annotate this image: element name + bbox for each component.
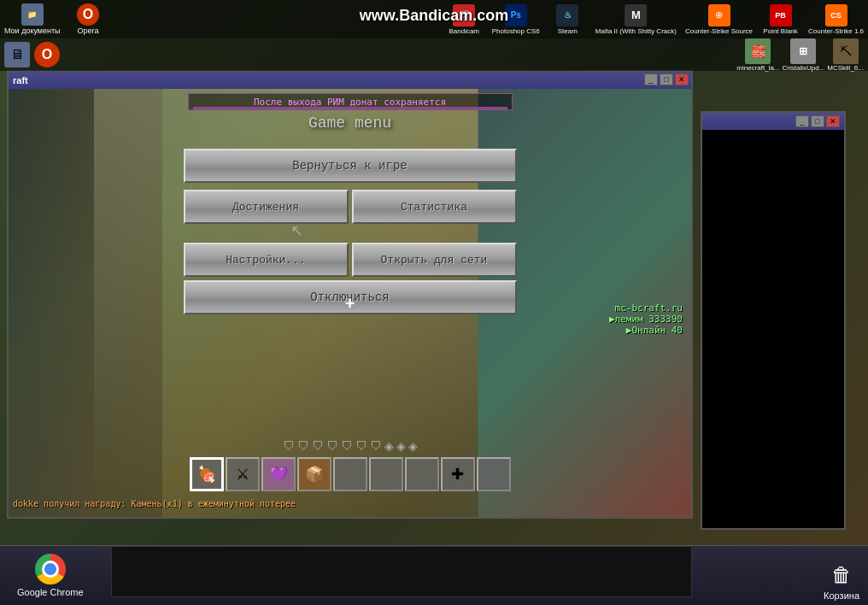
minecraft-window-controls: _ □ ✕ <box>644 73 689 85</box>
taskbar-item-opera[interactable]: O Opera <box>65 2 112 37</box>
second-window-close[interactable]: ✕ <box>826 115 840 127</box>
hotbar-slot-6 <box>369 457 403 491</box>
taskbar-item-css[interactable]: ⊕ Counter-Strike Source <box>681 3 757 37</box>
mcskill-icon: ⛏ <box>833 38 859 64</box>
statistics-button[interactable]: Статистика <box>352 190 517 224</box>
armor-icon-3: ⛉ <box>312 439 324 453</box>
taskbar-item-cs16[interactable]: CS Counter-Strike 1.6 <box>804 3 868 37</box>
taskbar-bottom: Google Chrome 🗑 Корзина <box>0 545 868 605</box>
mafia-label: Mafia II (With Shitty Crack) <box>595 27 677 35</box>
taskbar-item-label: Мои документы <box>4 26 61 35</box>
game-menu: Game menu Вернуться к игре Достижения Ст… <box>179 115 521 318</box>
second-window: _ □ ✕ <box>701 111 846 530</box>
hotbar-slot-5 <box>333 457 367 491</box>
second-row-right-icons: 🧱 minecraft_la... ⊞ CristalixUpd... ⛏ MC… <box>736 38 864 72</box>
taskbar-item-steam[interactable]: ♨ Steam <box>544 3 591 37</box>
taskbar2-item-mc[interactable]: 🧱 minecraft_la... <box>736 38 779 72</box>
minecraft-top-bar: После выхода РИМ донат сохраняется <box>188 93 513 110</box>
cs16-label: Counter-Strike 1.6 <box>808 27 864 35</box>
hotbar-slot-8: ✚ <box>441 457 475 491</box>
hotbar-slot-9 <box>477 457 511 491</box>
chrome-label: Google Chrome <box>17 587 84 597</box>
chat-text: dokke получил награду: Камень(x1) в ежем… <box>13 499 296 508</box>
server-info: mc-bcraft.ru ▶лемим 333390 ▶Онлайн 40 <box>609 302 683 336</box>
taskbar-item-documents[interactable]: 📁 Мои документы <box>0 2 65 37</box>
steam-icon: ♨ <box>556 4 578 26</box>
server-value1: 333390 <box>648 314 683 325</box>
bandicam-label: Bandicam <box>449 27 479 35</box>
hotbar-slot-1: 🍖 <box>190 457 224 491</box>
achievements-button[interactable]: Достижения <box>184 190 349 224</box>
menu-row-achievements-stats: Достижения Статистика <box>184 190 517 224</box>
css-label: Counter-Strike Source <box>685 27 753 35</box>
chrome-icon <box>35 554 66 584</box>
taskbar-second-row: 🖥 O 🧱 minecraft_la... ⊞ CristalixUpd... … <box>0 38 868 71</box>
cs16-icon: CS <box>825 4 847 26</box>
close-button[interactable]: ✕ <box>675 73 689 85</box>
armor-icon-6: ⛉ <box>355 439 367 453</box>
armor-icon-2: ⛉ <box>297 439 309 453</box>
armor-bar: ⛉ ⛉ ⛉ ⛉ ⛉ ⛉ ⛉ ◈ ◈ ◈ <box>283 439 418 453</box>
server-label2: ▶Онлайн <box>626 325 666 336</box>
hotbar-slot-3: 💜 <box>261 457 296 491</box>
mc-icon: 🧱 <box>745 38 771 64</box>
taskbar2-item-cristalix[interactable]: ⊞ CristalixUpd... <box>783 38 825 72</box>
hotbar: 🍖 ⚔ 💜 📦 ✚ <box>190 457 511 491</box>
maximize-button[interactable]: □ <box>660 73 673 85</box>
armor-icon-4: ⛉ <box>326 439 338 453</box>
taskbar-item-mafia[interactable]: M Mafia II (With Shitty Crack) <box>591 3 681 37</box>
taskbar2-item-mcskill[interactable]: ⛏ MCSkill_6... <box>827 38 864 72</box>
desktop: 📁 Мои документы O Opera www.Bandicam.com… <box>0 0 868 605</box>
server-value2: 40 <box>672 325 683 336</box>
menu-title: Game menu <box>308 115 391 132</box>
crosshair: + <box>345 293 355 313</box>
minecraft-progress-bar <box>193 107 507 109</box>
minecraft-overlay: После выхода РИМ донат сохраняется Game … <box>9 89 691 517</box>
recycle-label: Корзина <box>824 590 859 601</box>
taskbar-chrome[interactable]: Google Chrome <box>9 549 92 602</box>
hotbar-slot-7 <box>405 457 439 491</box>
minimize-button[interactable]: _ <box>644 73 658 85</box>
second-row-icons: 🖥 O <box>4 42 60 68</box>
css-icon: ⊕ <box>708 4 730 26</box>
menu-row-settings-network: Настройки... Открыть для сети <box>184 243 517 277</box>
mc-label: minecraft_la... <box>736 64 779 72</box>
taskbar-top: 📁 Мои документы O Opera www.Bandicam.com… <box>0 0 868 38</box>
server-name: mc-bcraft.ru <box>609 302 683 314</box>
pb-label: Point Blank <box>763 27 797 35</box>
window-preview <box>111 546 692 597</box>
taskbar-item-label: Opera <box>78 26 99 35</box>
mafia-icon: M <box>625 4 647 26</box>
hotbar-slot-4: 📦 <box>297 457 331 491</box>
documents-icon: 📁 <box>21 3 44 26</box>
armor-icon-8: ◈ <box>384 439 394 453</box>
minecraft-game: После выхода РИМ донат сохраняется Game … <box>9 89 691 517</box>
server-detail-1: ▶лемим 333390 <box>609 314 683 325</box>
settings-button[interactable]: Настройки... <box>184 243 349 277</box>
cristalix-icon: ⊞ <box>790 38 816 64</box>
back-to-game-button[interactable]: Вернуться к игре <box>184 149 517 183</box>
icon-computer[interactable]: 🖥 <box>4 42 30 68</box>
minecraft-title: raft <box>13 75 28 85</box>
server-label1: ▶лемим <box>609 314 643 325</box>
armor-icon-7: ⛉ <box>370 439 382 453</box>
second-window-minimize[interactable]: _ <box>795 115 809 127</box>
armor-icon-5: ⛉ <box>341 439 353 453</box>
recycle-bin[interactable]: 🗑 Корзина <box>824 560 859 601</box>
minecraft-top-text: После выхода РИМ донат сохраняется <box>254 97 446 108</box>
armor-icon-10: ◈ <box>408 439 418 453</box>
mcskill-label: MCSkill_6... <box>827 64 864 72</box>
icon-opera-small[interactable]: O <box>34 42 60 68</box>
second-window-maximize[interactable]: □ <box>811 115 824 127</box>
open-network-button[interactable]: Открыть для сети <box>352 243 517 277</box>
second-window-titlebar: _ □ ✕ <box>702 113 844 130</box>
cristalix-label: CristalixUpd... <box>783 64 825 72</box>
minecraft-titlebar: raft _ □ ✕ <box>9 72 691 89</box>
server-detail-2: ▶Онлайн 40 <box>609 325 683 336</box>
hotbar-slot-2: ⚔ <box>226 457 260 491</box>
minecraft-window: raft _ □ ✕ После выхода РИМ донат сохран <box>7 70 693 519</box>
bandicam-watermark: www.Bandicam.com <box>360 7 508 25</box>
taskbar-item-pb[interactable]: PB Point Blank <box>757 3 804 37</box>
second-window-controls: _ □ ✕ <box>795 115 840 127</box>
top-taskbar-items: 📁 Мои документы O Opera <box>0 0 112 38</box>
